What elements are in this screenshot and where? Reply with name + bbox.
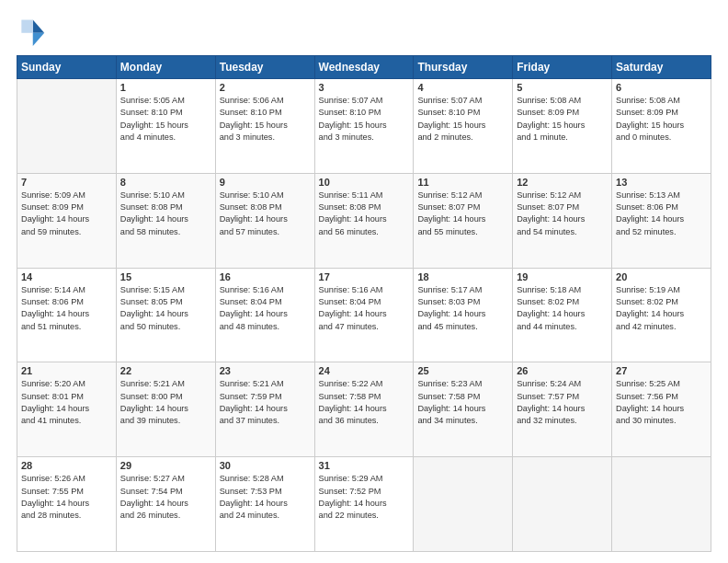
calendar-row: 21Sunrise: 5:20 AMSunset: 8:01 PMDayligh… <box>17 362 711 457</box>
day-number: 1 <box>120 82 211 93</box>
day-info: Sunrise: 5:26 AMSunset: 7:55 PMDaylight:… <box>21 473 112 522</box>
day-info: Sunrise: 5:08 AMSunset: 8:09 PMDaylight:… <box>616 95 707 144</box>
calendar-cell: 13Sunrise: 5:13 AMSunset: 8:06 PMDayligh… <box>612 173 711 268</box>
svg-marker-1 <box>33 33 44 46</box>
day-info: Sunrise: 5:25 AMSunset: 7:56 PMDaylight:… <box>616 378 707 427</box>
day-number: 18 <box>417 271 508 282</box>
svg-marker-0 <box>33 20 44 33</box>
day-number: 25 <box>417 365 508 376</box>
page: SundayMondayTuesdayWednesdayThursdayFrid… <box>0 0 728 563</box>
day-number: 29 <box>120 460 211 471</box>
calendar-header-row: SundayMondayTuesdayWednesdayThursdayFrid… <box>17 56 711 79</box>
day-info: Sunrise: 5:29 AMSunset: 7:52 PMDaylight:… <box>319 473 410 522</box>
calendar-cell <box>513 457 612 552</box>
day-number: 8 <box>120 177 211 188</box>
calendar-row: 14Sunrise: 5:14 AMSunset: 8:06 PMDayligh… <box>17 268 711 362</box>
day-info: Sunrise: 5:21 AMSunset: 8:00 PMDaylight:… <box>120 378 211 427</box>
day-info: Sunrise: 5:11 AMSunset: 8:08 PMDaylight:… <box>319 190 410 238</box>
calendar-col-header: Friday <box>513 56 612 79</box>
logo-icon <box>17 17 46 46</box>
calendar-col-header: Sunday <box>17 56 117 79</box>
day-info: Sunrise: 5:16 AMSunset: 8:04 PMDaylight:… <box>220 284 311 333</box>
day-number: 10 <box>319 177 410 188</box>
day-number: 11 <box>417 177 508 188</box>
calendar-cell: 2Sunrise: 5:06 AMSunset: 8:10 PMDaylight… <box>215 79 314 174</box>
day-number: 21 <box>21 365 112 376</box>
calendar-cell: 29Sunrise: 5:27 AMSunset: 7:54 PMDayligh… <box>116 457 215 552</box>
day-number: 19 <box>517 271 608 282</box>
calendar-cell: 3Sunrise: 5:07 AMSunset: 8:10 PMDaylight… <box>314 79 414 174</box>
calendar-cell: 21Sunrise: 5:20 AMSunset: 8:01 PMDayligh… <box>17 362 117 457</box>
day-info: Sunrise: 5:16 AMSunset: 8:04 PMDaylight:… <box>319 284 410 333</box>
day-info: Sunrise: 5:20 AMSunset: 8:01 PMDaylight:… <box>21 378 112 427</box>
day-info: Sunrise: 5:06 AMSunset: 8:10 PMDaylight:… <box>220 95 311 144</box>
calendar-cell: 10Sunrise: 5:11 AMSunset: 8:08 PMDayligh… <box>314 173 414 268</box>
calendar-cell: 7Sunrise: 5:09 AMSunset: 8:09 PMDaylight… <box>17 173 117 268</box>
day-info: Sunrise: 5:18 AMSunset: 8:02 PMDaylight:… <box>517 284 608 333</box>
day-info: Sunrise: 5:08 AMSunset: 8:09 PMDaylight:… <box>517 95 608 144</box>
day-number: 3 <box>319 82 410 93</box>
day-number: 31 <box>319 460 410 471</box>
day-number: 17 <box>319 271 410 282</box>
calendar-table: SundayMondayTuesdayWednesdayThursdayFrid… <box>17 55 711 552</box>
day-info: Sunrise: 5:27 AMSunset: 7:54 PMDaylight:… <box>120 473 211 522</box>
day-number: 5 <box>517 82 608 93</box>
header <box>17 17 711 46</box>
day-number: 22 <box>120 365 211 376</box>
calendar-row: 1Sunrise: 5:05 AMSunset: 8:10 PMDaylight… <box>17 79 711 174</box>
day-number: 14 <box>21 271 112 282</box>
calendar-cell: 19Sunrise: 5:18 AMSunset: 8:02 PMDayligh… <box>513 268 612 362</box>
day-number: 4 <box>417 82 508 93</box>
calendar-cell: 6Sunrise: 5:08 AMSunset: 8:09 PMDaylight… <box>612 79 711 174</box>
calendar-cell: 20Sunrise: 5:19 AMSunset: 8:02 PMDayligh… <box>612 268 711 362</box>
day-number: 27 <box>616 365 707 376</box>
calendar-cell: 26Sunrise: 5:24 AMSunset: 7:57 PMDayligh… <box>513 362 612 457</box>
calendar-cell: 1Sunrise: 5:05 AMSunset: 8:10 PMDaylight… <box>116 79 215 174</box>
day-number: 23 <box>220 365 311 376</box>
day-number: 6 <box>616 82 707 93</box>
calendar-cell: 30Sunrise: 5:28 AMSunset: 7:53 PMDayligh… <box>215 457 314 552</box>
calendar-cell: 18Sunrise: 5:17 AMSunset: 8:03 PMDayligh… <box>414 268 513 362</box>
day-info: Sunrise: 5:22 AMSunset: 7:58 PMDaylight:… <box>319 378 410 427</box>
day-number: 24 <box>319 365 410 376</box>
calendar-cell: 31Sunrise: 5:29 AMSunset: 7:52 PMDayligh… <box>314 457 414 552</box>
day-number: 13 <box>616 177 707 188</box>
calendar-cell: 27Sunrise: 5:25 AMSunset: 7:56 PMDayligh… <box>612 362 711 457</box>
calendar-cell: 25Sunrise: 5:23 AMSunset: 7:58 PMDayligh… <box>414 362 513 457</box>
day-info: Sunrise: 5:12 AMSunset: 8:07 PMDaylight:… <box>417 190 508 238</box>
day-info: Sunrise: 5:13 AMSunset: 8:06 PMDaylight:… <box>616 190 707 238</box>
calendar-cell: 9Sunrise: 5:10 AMSunset: 8:08 PMDaylight… <box>215 173 314 268</box>
day-info: Sunrise: 5:10 AMSunset: 8:08 PMDaylight:… <box>120 190 211 238</box>
day-number: 30 <box>220 460 311 471</box>
calendar-col-header: Wednesday <box>314 56 414 79</box>
day-number: 12 <box>517 177 608 188</box>
day-info: Sunrise: 5:19 AMSunset: 8:02 PMDaylight:… <box>616 284 707 333</box>
calendar-cell <box>612 457 711 552</box>
calendar-cell <box>414 457 513 552</box>
calendar-cell: 5Sunrise: 5:08 AMSunset: 8:09 PMDaylight… <box>513 79 612 174</box>
day-info: Sunrise: 5:05 AMSunset: 8:10 PMDaylight:… <box>120 95 211 144</box>
day-number: 20 <box>616 271 707 282</box>
calendar-row: 7Sunrise: 5:09 AMSunset: 8:09 PMDaylight… <box>17 173 711 268</box>
calendar-cell: 22Sunrise: 5:21 AMSunset: 8:00 PMDayligh… <box>116 362 215 457</box>
day-info: Sunrise: 5:21 AMSunset: 7:59 PMDaylight:… <box>220 378 311 427</box>
day-number: 26 <box>517 365 608 376</box>
day-info: Sunrise: 5:07 AMSunset: 8:10 PMDaylight:… <box>417 95 508 144</box>
day-number: 16 <box>220 271 311 282</box>
calendar-cell: 15Sunrise: 5:15 AMSunset: 8:05 PMDayligh… <box>116 268 215 362</box>
day-info: Sunrise: 5:23 AMSunset: 7:58 PMDaylight:… <box>417 378 508 427</box>
day-number: 28 <box>21 460 112 471</box>
calendar-cell: 11Sunrise: 5:12 AMSunset: 8:07 PMDayligh… <box>414 173 513 268</box>
calendar-cell: 12Sunrise: 5:12 AMSunset: 8:07 PMDayligh… <box>513 173 612 268</box>
calendar-cell: 23Sunrise: 5:21 AMSunset: 7:59 PMDayligh… <box>215 362 314 457</box>
day-info: Sunrise: 5:24 AMSunset: 7:57 PMDaylight:… <box>517 378 608 427</box>
calendar-cell <box>17 79 117 174</box>
day-info: Sunrise: 5:10 AMSunset: 8:08 PMDaylight:… <box>220 190 311 238</box>
calendar-cell: 24Sunrise: 5:22 AMSunset: 7:58 PMDayligh… <box>314 362 414 457</box>
calendar-row: 28Sunrise: 5:26 AMSunset: 7:55 PMDayligh… <box>17 457 711 552</box>
calendar-col-header: Saturday <box>612 56 711 79</box>
calendar-col-header: Tuesday <box>215 56 314 79</box>
calendar-cell: 28Sunrise: 5:26 AMSunset: 7:55 PMDayligh… <box>17 457 117 552</box>
day-number: 7 <box>21 177 112 188</box>
day-info: Sunrise: 5:07 AMSunset: 8:10 PMDaylight:… <box>319 95 410 144</box>
